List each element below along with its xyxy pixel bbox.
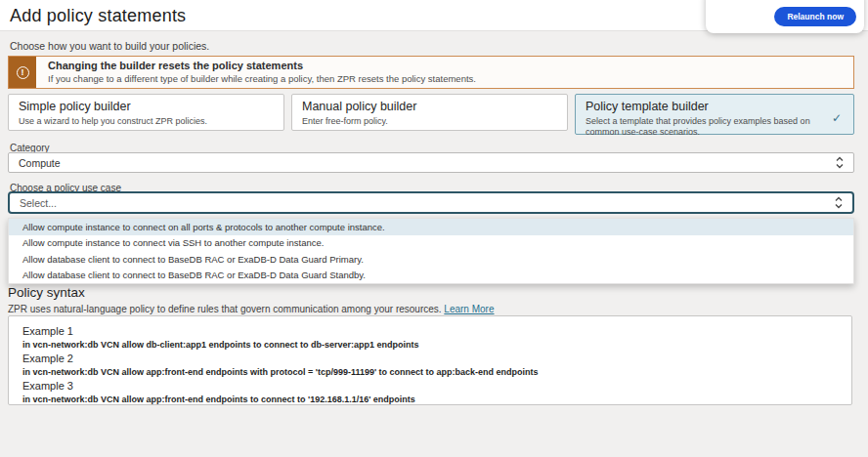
card-description: Use a wizard to help you construct ZPR p…	[19, 116, 274, 127]
card-policy-template-builder[interactable]: Policy template builder Select a templat…	[575, 94, 854, 135]
category-select[interactable]: Compute	[8, 152, 854, 173]
card-title: Policy template builder	[586, 100, 844, 113]
page-title: Add policy statements	[10, 6, 186, 26]
select-chevrons-icon	[835, 196, 843, 209]
card-description: Select a template that provides policy e…	[586, 116, 815, 139]
policy-examples-box: Example 1 in vcn-network:db VCN allow db…	[8, 315, 852, 405]
policy-syntax-description-text: ZPR uses natural-language policy to defi…	[8, 304, 442, 314]
warning-banner-text: Changing the builder resets the policy s…	[36, 57, 488, 88]
use-case-option[interactable]: Allow database client to connect to Base…	[9, 268, 853, 284]
example-label: Example 2	[22, 353, 838, 364]
example-label: Example 1	[22, 325, 838, 337]
use-case-option[interactable]: Allow database client to connect to Base…	[9, 251, 853, 268]
builder-intro-label: Choose how you want to build your polici…	[10, 40, 209, 52]
add-policy-statements-page: Add policy statements Choose how you wan…	[0, 0, 868, 457]
warning-icon-block: !	[9, 57, 36, 88]
example-statement: in vcn-network:db VCN allow app:front-en…	[22, 367, 838, 377]
warning-banner-description: If you change to a different type of bui…	[48, 73, 476, 84]
card-simple-policy-builder[interactable]: Simple policy builder Use a wizard to he…	[8, 94, 284, 131]
checkmark-icon: ✓	[832, 111, 842, 125]
learn-more-link[interactable]: Learn More	[444, 304, 494, 314]
example-label: Example 3	[22, 380, 838, 392]
use-case-option[interactable]: Allow compute instance to connect via SS…	[9, 235, 853, 252]
use-case-dropdown-panel: Allow compute instance to connect on all…	[8, 218, 854, 284]
policy-syntax-heading: Policy syntax	[8, 285, 85, 300]
builder-reset-warning-banner: ! Changing the builder resets the policy…	[8, 56, 854, 89]
use-case-select-placeholder: Select...	[20, 197, 835, 209]
example-statement: in vcn-network:db VCN allow app:front-en…	[22, 395, 838, 404]
use-case-option[interactable]: Allow compute instance to connect on all…	[9, 219, 853, 235]
example-statement: in vcn-network:db VCN allow db-client:ap…	[22, 340, 838, 350]
policy-syntax-description: ZPR uses natural-language policy to defi…	[8, 304, 495, 314]
card-description: Enter free-form policy.	[302, 116, 557, 127]
relaunch-popup: Relaunch now	[706, 0, 864, 33]
card-title: Manual policy builder	[302, 100, 557, 113]
category-select-value: Compute	[19, 157, 836, 169]
warning-icon: !	[17, 66, 29, 79]
relaunch-now-button[interactable]: Relaunch now	[774, 7, 856, 26]
warning-banner-title: Changing the builder resets the policy s…	[48, 60, 476, 71]
card-title: Simple policy builder	[19, 100, 274, 113]
use-case-select[interactable]: Select...	[8, 191, 854, 214]
select-chevrons-icon	[836, 156, 844, 169]
card-manual-policy-builder[interactable]: Manual policy builder Enter free-form po…	[291, 94, 568, 131]
